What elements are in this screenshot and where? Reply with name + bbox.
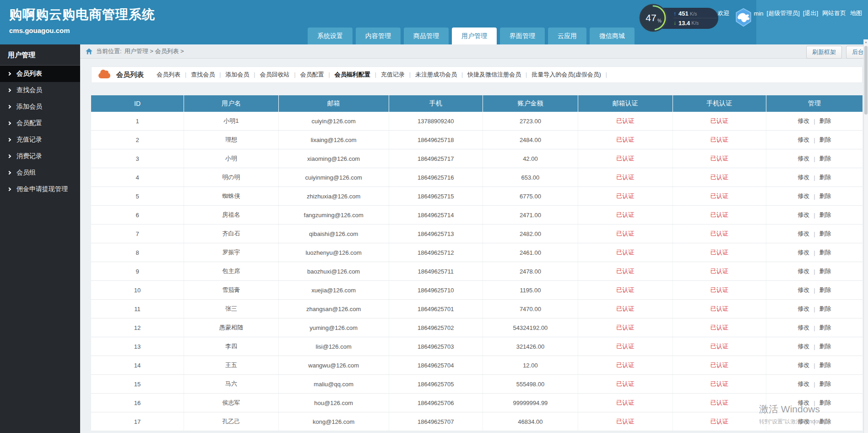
cell-email-verified: 已认证 [578, 300, 673, 318]
delete-link[interactable]: 删除 [819, 192, 831, 200]
delete-link[interactable]: 删除 [819, 248, 831, 257]
cell-amount: 12.00 [483, 356, 578, 374]
cell-id: 1 [91, 112, 184, 130]
sidebar-item[interactable]: 添加会员 [0, 99, 80, 115]
chevron-right-icon [7, 88, 11, 92]
cell-phone: 18649625704 [389, 356, 483, 374]
cell-phone: 18649625713 [389, 225, 483, 243]
delete-link[interactable]: 删除 [819, 154, 831, 163]
delete-link[interactable]: 删除 [819, 399, 831, 407]
delete-link[interactable]: 删除 [819, 323, 831, 332]
delete-link[interactable]: 删除 [819, 305, 831, 313]
network-speed-widget[interactable]: ↑ 451 K/s ↓ 13.4 K/s [639, 3, 719, 33]
top-tab[interactable]: 微信商城 [590, 27, 635, 44]
cell-phone-verified: 已认证 [673, 394, 766, 412]
cell-manage: 修改|删除 [766, 300, 863, 318]
table-row: 10雪茄膏xuejia@126.com186496257101195.00已认证… [91, 281, 863, 300]
logout-link[interactable]: [退出] [803, 9, 818, 17]
delete-link[interactable]: 删除 [819, 267, 831, 275]
cell-id: 13 [91, 337, 184, 356]
top-tab[interactable]: 系统设置 [308, 27, 353, 44]
sidebar-item[interactable]: 佣金申请提现管理 [0, 181, 80, 197]
delete-link[interactable]: 删除 [819, 417, 831, 426]
cell-manage: 修改|删除 [766, 149, 863, 168]
top-tab[interactable]: 界面管理 [500, 27, 545, 44]
edit-link[interactable]: 修改 [797, 117, 809, 125]
cell-email: hou@126.com [279, 394, 389, 412]
subnav-link[interactable]: 快捷及微信注册会员 [467, 71, 521, 79]
cell-amount: 7470.00 [483, 300, 578, 318]
link-separator: | [329, 71, 330, 78]
manage-separator: | [814, 287, 815, 294]
delete-link[interactable]: 删除 [819, 380, 831, 388]
subnav-link[interactable]: 充值记录 [381, 71, 405, 79]
top-tab[interactable]: 云应用 [548, 27, 586, 44]
edit-link[interactable]: 修改 [797, 380, 809, 388]
sidebar-item-label: 会员组 [16, 169, 36, 177]
scroll-up-arrow-icon[interactable]: ▲ [864, 40, 868, 44]
edit-link[interactable]: 修改 [797, 286, 809, 294]
scrollbar-thumb[interactable] [864, 46, 868, 115]
sidebar-item[interactable]: 充值记录 [0, 132, 80, 148]
sidebar-item[interactable]: 会员配置 [0, 115, 80, 132]
edit-link[interactable]: 修改 [797, 342, 809, 351]
cell-email: zhangsan@126.com [279, 300, 389, 318]
subnav-link[interactable]: 会员列表 [157, 71, 180, 79]
cell-phone-verified: 已认证 [673, 168, 766, 186]
edit-link[interactable]: 修改 [797, 267, 809, 275]
subnav-link[interactable]: 会员回收站 [260, 71, 289, 79]
sidebar-item[interactable]: 会员列表 [0, 66, 80, 82]
cell-username: 愚蒙相随 [184, 318, 279, 337]
edit-link[interactable]: 修改 [797, 399, 809, 407]
delete-link[interactable]: 删除 [819, 361, 831, 369]
top-tab[interactable]: 商品管理 [404, 27, 449, 44]
delete-link[interactable]: 删除 [819, 230, 831, 238]
edit-link[interactable]: 修改 [797, 417, 809, 426]
cell-email-verified: 已认证 [578, 356, 673, 374]
xunlei-overlay-icon[interactable] [733, 8, 754, 27]
subnav-link[interactable]: 会员福利配置 [335, 71, 370, 79]
cell-email: baozhuxi@126.com [279, 262, 389, 280]
edit-link[interactable]: 修改 [797, 192, 809, 200]
cell-amount: 99999994.99 [483, 394, 578, 412]
delete-link[interactable]: 删除 [819, 117, 831, 125]
site-map-link[interactable]: 地图 [850, 9, 862, 17]
edit-link[interactable]: 修改 [797, 361, 809, 369]
cell-username: 小明 [184, 149, 279, 168]
delete-link[interactable]: 删除 [819, 342, 831, 351]
top-tab[interactable]: 用户管理 [452, 27, 497, 44]
column-header: 邮箱 [279, 95, 389, 112]
table-row: 6房祖名fangzuming@126.com186496257142471.00… [91, 206, 863, 225]
edit-link[interactable]: 修改 [797, 248, 809, 257]
edit-link[interactable]: 修改 [797, 305, 809, 313]
edit-link[interactable]: 修改 [797, 136, 809, 144]
subnav-link[interactable]: 会员配置 [300, 71, 324, 79]
refresh-frame-button[interactable]: 刷新框架 [806, 46, 842, 59]
cell-phone-verified: 已认证 [673, 262, 766, 280]
cell-phone-verified: 已认证 [673, 149, 766, 168]
subnav-link[interactable]: 未注册成功会员 [415, 71, 457, 79]
delete-link[interactable]: 删除 [819, 286, 831, 294]
cell-phone: 18649625717 [389, 149, 483, 168]
link-separator: | [606, 71, 607, 78]
vertical-scrollbar[interactable]: ▲ [863, 39, 868, 433]
table-row: 13李四lisi@126.com18649625703321426.00已认证已… [91, 337, 863, 356]
sidebar-item[interactable]: 会员组 [0, 164, 80, 181]
edit-link[interactable]: 修改 [797, 230, 809, 238]
subnav-link[interactable]: 批量导入的会员(虚假会员) [532, 71, 601, 79]
delete-link[interactable]: 删除 [819, 136, 831, 144]
cell-phone: 18649625705 [389, 375, 483, 393]
sidebar-item[interactable]: 消费记录 [0, 148, 80, 164]
cell-id: 12 [91, 318, 184, 337]
subnav-link[interactable]: 查找会员 [191, 71, 215, 79]
sidebar-item[interactable]: 查找会员 [0, 82, 80, 99]
edit-link[interactable]: 修改 [797, 154, 809, 163]
edit-link[interactable]: 修改 [797, 173, 809, 181]
delete-link[interactable]: 删除 [819, 173, 831, 181]
subnav-link[interactable]: 添加会员 [225, 71, 249, 79]
delete-link[interactable]: 删除 [819, 211, 831, 219]
top-tab[interactable]: 内容管理 [356, 27, 401, 44]
site-home-link[interactable]: 网站首页 [822, 9, 846, 17]
edit-link[interactable]: 修改 [797, 323, 809, 332]
edit-link[interactable]: 修改 [797, 211, 809, 219]
